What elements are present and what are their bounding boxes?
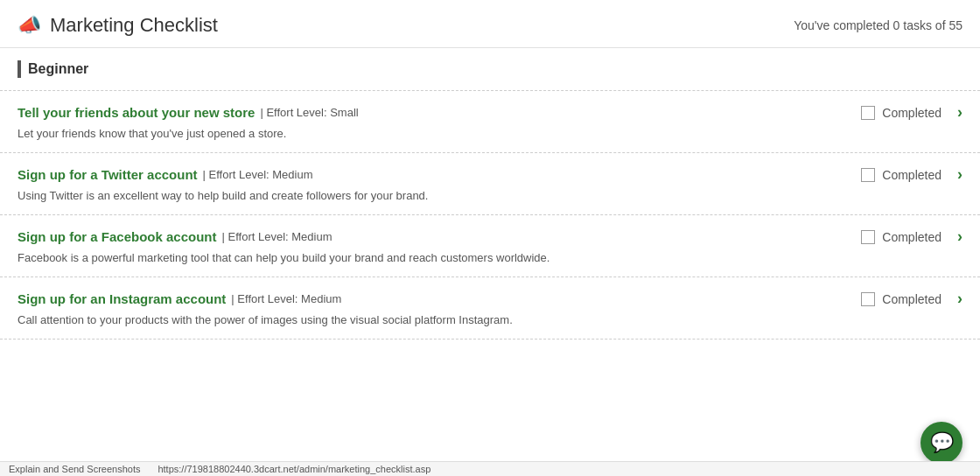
item-4-description: Call attention to your products with the… — [18, 313, 962, 326]
section-header: Beginner — [0, 48, 980, 91]
item-3-title-area: Sign up for a Facebook account | Effort … — [18, 229, 332, 244]
item-1-title: Tell your friends about your new store — [18, 105, 255, 120]
item-1-right: Completed › — [840, 103, 962, 122]
item-2-description: Using Twitter is an excellent way to hel… — [18, 189, 962, 202]
item-3-right: Completed › — [840, 228, 962, 246]
item-2-effort: | Effort Level: Medium — [203, 168, 313, 181]
item-3-completed: Completed — [882, 230, 942, 244]
section-bar-icon — [18, 60, 21, 78]
item-2-right: Completed › — [840, 165, 962, 184]
item-1-title-area: Tell your friends about your new store |… — [18, 105, 359, 120]
item-1-checkbox[interactable] — [861, 106, 875, 120]
item-4-title: Sign up for an Instagram account — [18, 291, 226, 306]
progress-text: You've completed 0 tasks of 55 — [794, 18, 962, 32]
item-2-completed: Completed — [882, 168, 942, 182]
checklist-item-1[interactable]: Tell your friends about your new store |… — [0, 91, 980, 153]
item-4-title-area: Sign up for an Instagram account | Effor… — [18, 291, 341, 306]
item-4-chevron-icon[interactable]: › — [957, 290, 962, 308]
item-3-effort: | Effort Level: Medium — [222, 230, 332, 243]
item-3-title: Sign up for a Facebook account — [18, 229, 217, 244]
page-header: 📣 Marketing Checklist You've completed 0… — [0, 0, 980, 48]
item-1-effort: | Effort Level: Small — [260, 106, 358, 119]
item-4-right: Completed › — [840, 290, 962, 308]
checklist-item-4[interactable]: Sign up for an Instagram account | Effor… — [0, 277, 980, 340]
header-left: 📣 Marketing Checklist — [18, 14, 218, 37]
item-2-title: Sign up for a Twitter account — [18, 167, 198, 182]
item-2-checkbox[interactable] — [861, 168, 875, 182]
item-1-completed: Completed — [882, 106, 942, 120]
item-3-checkbox[interactable] — [861, 230, 875, 244]
item-3-chevron-icon[interactable]: › — [957, 228, 962, 246]
item-4-completed: Completed — [882, 292, 942, 306]
item-4-effort: | Effort Level: Medium — [231, 292, 341, 305]
checklist-container: Tell your friends about your new store |… — [0, 91, 980, 340]
item-1-chevron-icon[interactable]: › — [957, 103, 962, 122]
checklist-item-3[interactable]: Sign up for a Facebook account | Effort … — [0, 215, 980, 277]
item-1-description: Let your friends know that you've just o… — [18, 127, 962, 140]
item-2-title-area: Sign up for a Twitter account | Effort L… — [18, 167, 313, 182]
item-3-description: Facebook is a powerful marketing tool th… — [18, 251, 962, 264]
checklist-item-2[interactable]: Sign up for a Twitter account | Effort L… — [0, 153, 980, 215]
item-2-chevron-icon[interactable]: › — [957, 165, 962, 184]
page-title: Marketing Checklist — [50, 14, 218, 37]
megaphone-icon: 📣 — [18, 14, 41, 37]
section-title: Beginner — [28, 61, 88, 77]
item-4-checkbox[interactable] — [861, 292, 875, 306]
